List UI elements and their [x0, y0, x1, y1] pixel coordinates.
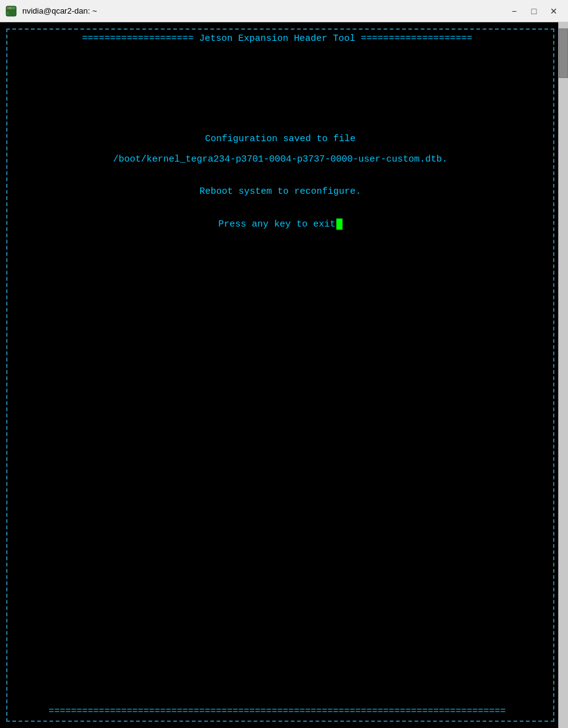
- terminal-footer: ========================================…: [0, 706, 554, 717]
- press-key-container: Press any key to exit: [218, 219, 342, 230]
- titlebar-left: $_ nvidia@qcar2-dan: ~: [5, 5, 97, 17]
- svg-point-2: [7, 7, 9, 9]
- terminal-body[interactable]: ==================== Jetson Expansion He…: [0, 22, 568, 728]
- titlebar-buttons: − □ ✕: [505, 4, 563, 19]
- header-text: ==================== Jetson Expansion He…: [79, 33, 475, 44]
- svg-point-3: [9, 7, 11, 9]
- titlebar-title: nvidia@qcar2-dan: ~: [22, 6, 97, 15]
- press-key-text: Press any key to exit: [218, 219, 335, 230]
- svg-text:$_: $_: [7, 11, 11, 15]
- terminal-icon: $_: [5, 5, 17, 17]
- reboot-text: Reboot system to reconfigure.: [199, 186, 361, 197]
- terminal-content-area: Configuration saved to file /boot/kernel…: [6, 59, 554, 697]
- terminal-window: $_ nvidia@qcar2-dan: ~ − □ ✕ ===========…: [0, 0, 568, 728]
- minimize-button[interactable]: −: [505, 4, 523, 19]
- terminal-header: ==================== Jetson Expansion He…: [0, 33, 554, 44]
- svg-point-4: [11, 7, 12, 9]
- maximize-button[interactable]: □: [525, 4, 543, 19]
- scrollbar[interactable]: [558, 22, 568, 728]
- footer-text: ========================================…: [45, 706, 509, 717]
- terminal-cursor: [336, 219, 343, 230]
- scrollbar-track: [559, 22, 568, 728]
- config-saved-text: Configuration saved to file: [205, 134, 356, 144]
- file-path-text: /boot/kernel_tegra234-p3701-0004-p3737-0…: [113, 154, 447, 165]
- close-button[interactable]: ✕: [544, 4, 563, 19]
- titlebar: $_ nvidia@qcar2-dan: ~ − □ ✕: [0, 0, 568, 22]
- scrollbar-thumb[interactable]: [559, 28, 568, 78]
